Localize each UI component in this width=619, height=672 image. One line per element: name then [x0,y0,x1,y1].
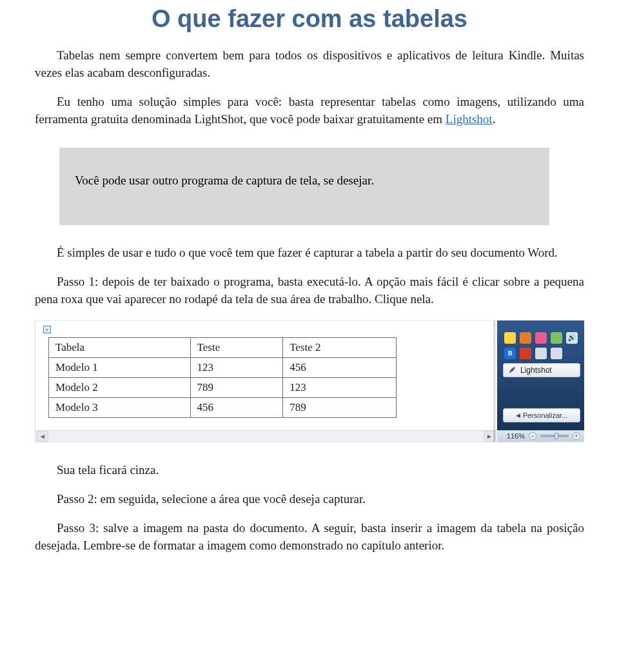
paragraph-solution-text-a: Eu tenho uma solução simples para você: … [35,95,584,126]
screenshot-figure: + Tabela Teste Teste 2 Modelo 1 123 456 … [35,320,584,442]
callout-box: Você pode usar outro programa de captura… [59,148,549,225]
table-cell: 789 [283,397,397,417]
table-handle-icon: + [43,326,51,333]
chevron-left-icon: ◀ [516,412,520,419]
sample-table: Tabela Teste Teste 2 Modelo 1 123 456 Mo… [48,337,397,418]
tray-icon[interactable] [535,348,547,359]
paragraph-simple: É simples de usar e tudo o que você tem … [35,244,584,262]
lightshot-link[interactable]: Lightshot [446,112,493,126]
zoom-in-button[interactable]: + [573,432,580,440]
zoom-control: 116% − + [497,430,584,442]
table-cell: 456 [190,397,283,417]
lightshot-label: Lightshot [520,366,552,375]
bluetooth-icon[interactable]: B [504,348,516,359]
table-cell: 123 [283,377,397,397]
paragraph-solution: Eu tenho uma solução simples para você: … [35,94,584,128]
speaker-icon[interactable]: 🔊 [566,332,578,344]
page-title: O que fazer com as tabelas [35,5,584,33]
table-cell: Modelo 2 [49,377,191,397]
paragraph-gray-screen: Sua tela ficará cinza. [35,462,584,479]
tray-icon[interactable] [551,332,562,344]
table-row: Tabela Teste Teste 2 [49,337,397,357]
table-header-cell: Teste [190,337,283,357]
table-cell: 123 [190,357,283,377]
table-cell: Modelo 1 [49,357,191,377]
table-cell: 456 [283,357,397,377]
table-row: Modelo 3 456 789 [49,397,397,417]
zoom-slider[interactable] [540,435,569,437]
lightshot-tooltip[interactable]: Lightshot [503,363,580,377]
table-header-cell: Tabela [49,337,191,357]
document-page: O que fazer com as tabelas Tabelas nem s… [0,0,619,592]
paragraph-solution-text-b: . [493,112,496,126]
horizontal-scrollbar[interactable]: ◄ ► [35,430,496,442]
table-row: Modelo 1 123 456 [49,357,397,377]
table-cell: 789 [190,377,283,397]
tray-icon[interactable] [551,348,562,359]
table-row: Modelo 2 789 123 [49,377,397,397]
table-cell: Modelo 3 [49,397,191,417]
callout-text: Você pode usar outro programa de captura… [75,173,374,187]
tray-icon[interactable] [504,332,516,344]
table-header-cell: Teste 2 [283,337,397,357]
zoom-out-button[interactable]: − [529,432,536,440]
tray-icon[interactable] [520,348,531,359]
zoom-value: 116% [507,432,525,440]
scroll-left-icon[interactable]: ◄ [37,431,48,442]
paragraph-step-2: Passo 2: em seguida, selecione a área qu… [35,491,584,508]
tray-icon[interactable] [535,332,547,344]
system-tray: 🔊 B [502,330,580,362]
paragraph-intro: Tabelas nem sempre convertem bem para to… [35,47,584,82]
paragraph-step-1: Passo 1: depois de ter baixado o program… [35,273,584,308]
paragraph-step-3: Passo 3: salve a imagem na pasta do docu… [35,520,584,555]
personalize-button[interactable]: ◀ Personalizar... [503,408,580,422]
feather-icon [507,366,516,375]
desktop-strip: 🔊 B Lightshot ◀ Personalizar... [497,321,584,442]
personalize-label: Personalizar... [523,411,568,419]
tray-icon[interactable] [520,332,531,344]
zoom-thumb[interactable] [555,433,558,439]
